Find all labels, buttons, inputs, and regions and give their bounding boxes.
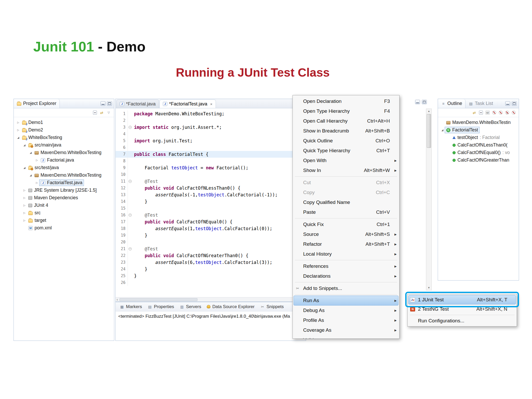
tab-task-list[interactable]: ▤Task List	[466, 99, 496, 108]
menu-item-paste[interactable]: PasteCtrl+V	[294, 207, 398, 217]
hide-static-members-icon[interactable]: s	[499, 111, 503, 115]
vscrollbar-thumb[interactable]	[427, 114, 431, 148]
close-icon[interactable]: ×	[210, 102, 212, 106]
outline-item-mavendemo-whiteboxtestin[interactable]: MavenDemo.WhiteBoxTestin	[438, 119, 519, 126]
menu-item-show-in[interactable]: Show InAlt+Shift+W▶	[294, 165, 398, 175]
project-explorer-item-junit-4[interactable]: ▷JUnit 4	[14, 202, 114, 209]
expand-arrow-icon[interactable]: ▷	[22, 196, 27, 199]
hide-local-types-icon[interactable]: t	[512, 111, 516, 115]
menu-item-quick-fix[interactable]: Quick FixCtrl+1	[294, 220, 398, 229]
editor-minimize-icon[interactable]	[415, 100, 420, 104]
minimize-icon[interactable]	[101, 101, 105, 106]
horizontal-scrollbar[interactable]: ‹	[116, 297, 306, 302]
project-explorer-item-mavendemo-whiteboxtesting[interactable]: ◢MavenDemo.WhiteBoxTesting	[14, 149, 114, 156]
code-editor[interactable]: 1package MavenDemo.WhiteBoxTesting;23imp…	[116, 108, 306, 297]
scroll-left-icon[interactable]: ‹	[117, 297, 118, 302]
menu-item-open-type-hierarchy[interactable]: Open Type HierarchyF4	[294, 106, 398, 116]
outline-maximize-icon[interactable]	[512, 101, 517, 106]
tab-outline[interactable]: ≡Outline	[438, 99, 466, 108]
menu-item-run-as[interactable]: Run As▶	[294, 296, 398, 305]
menu-item-debug-as[interactable]: Debug As▶	[294, 305, 398, 315]
scroll-up-icon[interactable]: ▲	[428, 109, 430, 114]
project-explorer-item-factorial-java[interactable]: ▷JFactorial.java	[14, 156, 114, 164]
menu-item-copy-qualified-name[interactable]: Copy Qualified Name	[294, 197, 398, 207]
project-explorer-item-src-test-java[interactable]: ◢src/test/java	[14, 164, 114, 171]
menu-item-open-with[interactable]: Open With▶	[294, 156, 398, 165]
submenu-item-1-junit-test[interactable]: Ju1 JUnit TestAlt+Shift+X, T	[408, 295, 516, 304]
maximize-icon[interactable]	[107, 101, 112, 106]
project-explorer-item-factorialtest-java[interactable]: ▷JFactorialTest.java	[14, 179, 114, 187]
hide-fields-icon[interactable]: f	[492, 111, 496, 115]
outline-item-testobject[interactable]: testObject : Factorial	[438, 134, 519, 141]
expand-arrow-icon[interactable]: ▷	[16, 129, 21, 131]
console-tab-markers[interactable]: ▦Markers	[117, 303, 144, 310]
menu-item-show-in-breadcrumb[interactable]: Show in BreadcrumbAlt+Shift+B	[294, 126, 398, 136]
project-explorer-item-src[interactable]: ▷src	[14, 209, 114, 217]
project-explorer-item-whiteboxtesting[interactable]: ◢WhiteBoxTesting	[14, 134, 114, 141]
expand-arrow-icon[interactable]: ▷	[35, 159, 39, 162]
collapse-all-icon[interactable]	[479, 111, 483, 115]
menu-item-source[interactable]: SourceAlt+Shift+S▶	[294, 229, 398, 239]
menu-item-open-declaration[interactable]: Open DeclarationF3	[294, 96, 398, 106]
hscrollbar-thumb[interactable]	[119, 298, 197, 301]
menu-item-references[interactable]: References▶	[294, 261, 398, 271]
menu-item-validate[interactable]: Validate	[294, 335, 398, 339]
project-explorer-item-jre-system-library-j2se-1-5[interactable]: ▷JRE System Library [J2SE-1.5]	[14, 187, 114, 194]
submenu-item-2-testng-test[interactable]: N2 TestNG TestAlt+Shift+X, N	[408, 304, 516, 314]
fold-collapse-icon[interactable]	[129, 214, 132, 217]
editor-maximize-icon[interactable]	[422, 100, 427, 104]
outline-minimize-icon[interactable]	[505, 101, 510, 106]
expand-arrow-icon[interactable]: ▷	[22, 211, 27, 214]
expand-arrow-icon[interactable]: ▷	[22, 219, 27, 222]
project-explorer-item-demo2[interactable]: ▷Demo2	[14, 126, 114, 134]
menu-item-profile-as[interactable]: Profile As▶	[294, 315, 398, 325]
editor-tab-factorial-java[interactable]: J*Factorial.java	[116, 99, 159, 108]
expand-arrow-icon[interactable]: ▷	[35, 181, 39, 184]
collapse-arrow-icon[interactable]: ◢	[440, 129, 445, 131]
menu-item-copy[interactable]: CopyCtrl+C	[294, 188, 398, 197]
menu-item-coverage-as[interactable]: Coverage As▶	[294, 325, 398, 335]
link-with-editor-icon[interactable]: ⇄	[472, 111, 476, 115]
menu-item-declarations[interactable]: Declarations▶	[294, 271, 398, 281]
project-explorer-item-pom-xml[interactable]: Mpom.xml	[14, 224, 114, 232]
scroll-down-icon[interactable]: ▼	[428, 285, 430, 290]
outline-item-calcfactofnlessthan0[interactable]: CalcFactOfNLessThan0(	[438, 141, 519, 149]
project-explorer-item-src-main-java[interactable]: ◢src/main/java	[14, 141, 114, 149]
tab-project-explorer[interactable]: Project Explorer	[14, 99, 60, 108]
menu-item-quick-type-hierarchy[interactable]: Quick Type HierarchyCtrl+T	[294, 146, 398, 156]
menu-item-local-history[interactable]: Local History▶	[294, 249, 398, 259]
menu-item-open-call-hierarchy[interactable]: Open Call HierarchyCtrl+Alt+H	[294, 116, 398, 126]
outline-item-factorialtest[interactable]: ◢CFactorialTest	[438, 126, 519, 134]
collapse-arrow-icon[interactable]: ◢	[28, 174, 33, 177]
outline-item-calcfactofnequal0[interactable]: CalcFactOfNEqual0() : vo	[438, 149, 519, 156]
collapse-arrow-icon[interactable]: ◢	[16, 136, 21, 139]
fold-collapse-icon[interactable]	[129, 247, 132, 250]
console-tab-data-source-explorer[interactable]: Data Source Explorer	[204, 303, 257, 310]
sort-icon[interactable]: az	[486, 111, 490, 115]
project-explorer-item-demo1[interactable]: ▷Demo1	[14, 119, 114, 126]
expand-arrow-icon[interactable]: ▷	[16, 121, 21, 124]
collapse-arrow-icon[interactable]: ◢	[22, 166, 27, 169]
fold-collapse-icon[interactable]	[129, 126, 132, 129]
project-explorer-item-mavendemo-whiteboxtesting[interactable]: ◢MavenDemo.WhiteBoxTesting	[14, 171, 114, 179]
console-tab-servers[interactable]: ▥Servers	[177, 303, 204, 310]
outline-item-calcfactofngreaterthan[interactable]: CalcFactOfNGreaterThan	[438, 156, 519, 164]
collapse-all-icon[interactable]	[93, 111, 97, 115]
expand-arrow-icon[interactable]: ▷	[22, 189, 27, 192]
menu-item-cut[interactable]: CutCtrl+X	[294, 178, 398, 188]
submenu-item-run-configurations[interactable]: Run Configurations...	[408, 316, 516, 325]
fold-collapse-icon[interactable]	[129, 180, 132, 183]
hide-non-public-icon[interactable]: p	[505, 111, 509, 115]
project-explorer-item-maven-dependencies[interactable]: ▷Maven Dependencies	[14, 194, 114, 202]
console-tab-properties[interactable]: ▤Properties	[145, 303, 176, 310]
collapse-arrow-icon[interactable]: ◢	[28, 151, 33, 154]
menu-item-quick-outline[interactable]: Quick OutlineCtrl+O	[294, 136, 398, 146]
console-tab-snippets[interactable]: ✂Snippets	[258, 303, 286, 310]
expand-arrow-icon[interactable]: ▷	[22, 204, 27, 207]
vertical-scrollbar[interactable]: ▲ ▼	[426, 109, 432, 290]
project-explorer-item-target[interactable]: ▷target	[14, 217, 114, 224]
menu-item-refactor[interactable]: RefactorAlt+Shift+T▶	[294, 239, 398, 249]
editor-tab-factorialtest-java[interactable]: J*FactorialTest.java×	[159, 99, 216, 108]
collapse-arrow-icon[interactable]: ◢	[22, 144, 27, 147]
menu-item-add-to-snippets[interactable]: ✂Add to Snippets...	[294, 283, 398, 293]
